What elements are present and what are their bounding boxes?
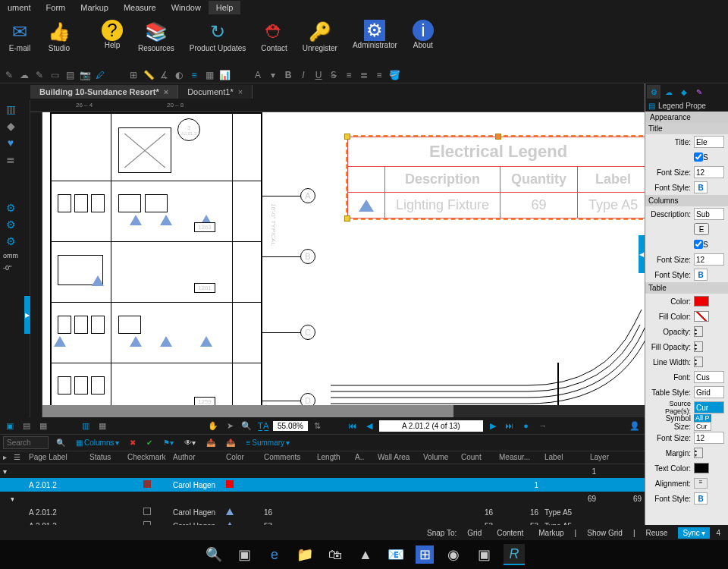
app-icon[interactable]: ▣ <box>473 544 494 565</box>
col-measure[interactable]: Measur... <box>496 451 541 464</box>
bold-button[interactable]: B <box>694 181 708 193</box>
bold-button[interactable]: B <box>694 492 708 505</box>
ribbon-help[interactable]: ?Help <box>94 18 130 51</box>
gear-icon[interactable]: ⚙ <box>2 234 20 249</box>
fontsize-input-2[interactable] <box>694 253 724 266</box>
edge-icon[interactable]: e <box>264 544 285 565</box>
tool-icon[interactable]: ✎ <box>33 69 46 81</box>
ribbon-resources[interactable]: 📚Resources <box>130 18 182 54</box>
col-author[interactable]: Author <box>170 451 223 464</box>
bold-icon[interactable]: B <box>282 69 294 81</box>
col-pagelabel[interactable]: Page Label <box>26 451 86 464</box>
zoom-icon[interactable]: 🔍 <box>240 419 253 432</box>
menu-measure[interactable]: Measure <box>116 1 164 14</box>
tab-icon[interactable]: ▤ <box>20 419 33 432</box>
font-color-icon[interactable]: A <box>252 69 264 81</box>
zoom-value[interactable]: 55.08% <box>273 421 308 431</box>
col-a[interactable]: A.. <box>352 451 375 464</box>
tool-icon[interactable]: ◐ <box>173 69 185 81</box>
text-icon[interactable]: T̲A̲ <box>256 419 270 432</box>
export-icon[interactable]: 📤 <box>223 436 238 450</box>
check-icon[interactable]: ✔ <box>143 436 155 450</box>
explorer-icon[interactable]: 📁 <box>294 544 315 565</box>
tool-icon[interactable]: ▤ <box>64 69 76 81</box>
next-page-icon[interactable]: ▶ <box>486 419 500 432</box>
import-icon[interactable]: 📥 <box>203 436 218 450</box>
bookmark-icon[interactable]: ◆ <box>2 118 20 134</box>
edit-button[interactable]: E <box>694 223 709 235</box>
store-icon[interactable]: 🛍 <box>325 544 346 565</box>
close-icon[interactable]: × <box>238 87 243 96</box>
menu-window[interactable]: Window <box>164 1 209 14</box>
document-canvas[interactable]: 26 – 4 20 – 8 <box>30 100 728 417</box>
pan-icon[interactable]: ✋ <box>206 419 220 432</box>
fontsize-input-3[interactable] <box>694 432 724 444</box>
ribbon-updates[interactable]: ↻Product Updates <box>182 18 254 54</box>
checkbox-s[interactable] <box>694 151 703 163</box>
tool-icon[interactable]: ⊞ <box>127 69 140 81</box>
align-right-icon[interactable]: ≡ <box>373 69 385 81</box>
menu-form[interactable]: Form <box>39 1 74 14</box>
user-icon[interactable]: 👤 <box>628 419 642 432</box>
bold-button[interactable]: B <box>694 269 708 281</box>
col-label[interactable]: Label <box>541 451 587 464</box>
legend-table[interactable]: Electrical Legend Description Quantity L… <box>346 135 651 220</box>
page[interactable]: 1263 1261 1259 A B C D 3 A2.01.3 16'-0" … <box>42 112 728 405</box>
last-page-icon[interactable]: ⏭ <box>503 419 516 432</box>
col-layer[interactable]: Layer <box>587 451 625 464</box>
ribbon-about[interactable]: iAbout <box>405 18 441 51</box>
tool-icon[interactable]: ☁ <box>18 69 30 81</box>
layer-icon[interactable]: ≣ <box>2 152 20 167</box>
prev-page-icon[interactable]: ◀ <box>362 419 376 432</box>
font-dropdown[interactable]: ▾ <box>267 69 279 81</box>
thumbnail-icon[interactable]: ▥ <box>2 102 20 117</box>
menu-document[interactable]: ument <box>0 1 39 14</box>
taskview-icon[interactable]: ▣ <box>234 544 255 565</box>
tab-icon[interactable]: ▣ <box>3 419 17 432</box>
table-row[interactable]: A 2.01.2 Carol Hagen 16 16 16 Type A5 <box>0 505 728 519</box>
table-row[interactable]: A 2.01.2 Carol Hagen 1 <box>0 478 728 492</box>
eye-icon[interactable]: ◆ <box>677 85 691 99</box>
collapse-handle[interactable]: ◀ <box>639 235 645 273</box>
col-volume[interactable]: Volume <box>420 451 458 464</box>
tab-document1[interactable]: Document1*× <box>178 85 253 99</box>
col-color[interactable]: Color <box>223 451 261 464</box>
snap-grid[interactable]: Grid <box>463 527 486 539</box>
hide-icon[interactable]: 👁▾ <box>181 436 199 450</box>
description-input[interactable] <box>694 208 724 220</box>
tool-icon[interactable]: ≡ <box>188 69 200 81</box>
textcolor-swatch[interactable] <box>694 463 709 473</box>
col-wallarea[interactable]: Wall Area <box>375 451 420 464</box>
checkbox-s2[interactable] <box>694 238 703 250</box>
chrome-icon[interactable]: ◉ <box>443 544 464 565</box>
ribbon-unregister[interactable]: 🔑Unregister <box>295 18 345 54</box>
tab-icon[interactable]: ▦ <box>36 419 50 432</box>
menu-help[interactable]: Help <box>209 1 241 14</box>
zoom-stepper[interactable]: ⇅ <box>311 419 325 432</box>
filter-icon[interactable]: ⚑▾ <box>160 436 177 450</box>
fill-icon[interactable]: 🪣 <box>388 69 400 81</box>
tool-icon[interactable]: 📏 <box>143 69 155 81</box>
underline-icon[interactable]: U <box>312 69 325 81</box>
heart-icon[interactable]: ♥ <box>2 135 20 150</box>
cloud-icon[interactable]: ☁ <box>662 85 676 99</box>
table-group-row[interactable]: ▾1 <box>0 464 728 478</box>
tab-building10[interactable]: Building 10-Sundance Resort*× <box>30 85 178 99</box>
font-input[interactable] <box>694 371 724 383</box>
gear-icon[interactable]: ⚙ <box>647 85 661 99</box>
col-length[interactable]: Length <box>314 451 352 464</box>
tablestyle-input[interactable] <box>694 386 724 398</box>
drive-icon[interactable]: ▲ <box>355 544 376 565</box>
align-center-icon[interactable]: ≣ <box>358 69 370 81</box>
tool-icon[interactable]: 📷 <box>79 69 91 81</box>
ribbon-studio[interactable]: 👍Studio <box>39 18 79 54</box>
margin-stepper[interactable]: ▴▾ <box>694 448 703 458</box>
col-status[interactable]: Status <box>86 451 124 464</box>
linewidth-stepper[interactable]: ▴▾ <box>694 357 703 367</box>
revu-icon[interactable]: R <box>504 544 525 565</box>
search-input[interactable] <box>3 436 49 449</box>
next-view-icon[interactable]: → <box>536 419 550 432</box>
align-left-icon[interactable]: ≡ <box>343 69 355 81</box>
tool-icon[interactable]: ▦ <box>203 69 215 81</box>
expand-icon[interactable]: ▸ <box>0 451 11 464</box>
